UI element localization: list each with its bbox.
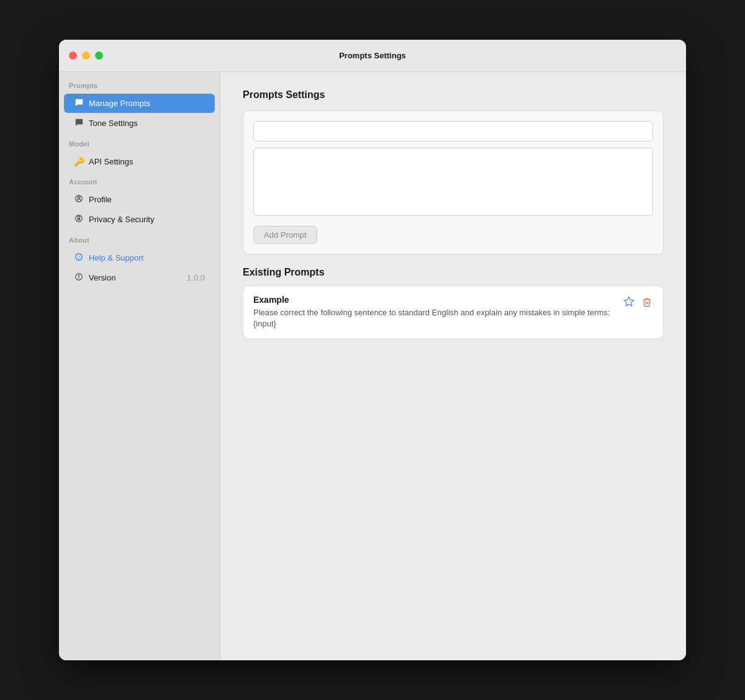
main-content: Prompts Manage Prompts Tone (59, 72, 686, 660)
sidebar-section-about: About ? Help & Support (59, 236, 220, 287)
favorite-button[interactable] (622, 295, 636, 312)
window-title: Prompts Settings (339, 51, 406, 60)
prompt-form-card: Add Prompt (243, 110, 664, 254)
lock-icon (74, 214, 84, 225)
sidebar: Prompts Manage Prompts Tone (59, 72, 220, 660)
privacy-security-label: Privacy & Security (89, 215, 154, 224)
sidebar-item-help-support[interactable]: ? Help & Support (64, 248, 215, 267)
svg-rect-3 (78, 218, 80, 220)
prompt-card-content: Example Please correct the following sen… (253, 295, 615, 330)
prompt-card-actions (622, 295, 653, 312)
key-icon: 🔑 (74, 156, 84, 166)
profile-label: Profile (89, 195, 112, 204)
prompt-card: Example Please correct the following sen… (243, 285, 664, 339)
existing-section-heading: Existing Prompts (243, 267, 664, 278)
minimize-button[interactable] (82, 52, 90, 60)
maximize-button[interactable] (95, 52, 103, 60)
sidebar-item-tone-settings[interactable]: Tone Settings (64, 114, 215, 133)
right-panel: Prompts Settings Add Prompt Existing Pro… (220, 72, 686, 660)
delete-button[interactable] (641, 296, 653, 311)
tone-settings-label: Tone Settings (89, 119, 138, 128)
profile-icon (74, 194, 84, 205)
sidebar-item-profile[interactable]: Profile (64, 190, 215, 209)
help-icon: ? (74, 253, 84, 263)
prompt-name-input[interactable] (253, 121, 653, 141)
info-icon (74, 272, 84, 283)
prompt-card-title: Example (253, 295, 615, 305)
sidebar-section-label-model: Model (59, 140, 220, 151)
sidebar-section-prompts: Prompts Manage Prompts Tone (59, 82, 220, 133)
sidebar-item-version: Version 1.0.0 (64, 268, 215, 287)
sidebar-section-label-account: Account (59, 178, 220, 189)
form-section-heading: Prompts Settings (243, 89, 664, 101)
help-support-label: Help & Support (89, 253, 143, 262)
close-button[interactable] (69, 52, 77, 60)
traffic-lights (69, 52, 103, 60)
add-prompt-button[interactable]: Add Prompt (253, 226, 317, 244)
title-bar: Prompts Settings (59, 40, 686, 72)
api-settings-label: API Settings (89, 157, 133, 166)
app-window: Prompts Settings Prompts Manage Prompts (59, 40, 686, 660)
sidebar-item-manage-prompts[interactable]: Manage Prompts (64, 94, 215, 113)
sidebar-section-label-prompts: Prompts (59, 82, 220, 93)
sidebar-item-api-settings[interactable]: 🔑 API Settings (64, 152, 215, 171)
sidebar-section-label-about: About (59, 236, 220, 248)
prompt-textarea[interactable] (253, 148, 653, 216)
prompt-card-text: Please correct the following sentence to… (253, 307, 615, 330)
svg-text:?: ? (78, 255, 80, 261)
version-label: Version (89, 273, 115, 282)
manage-prompts-label: Manage Prompts (89, 99, 150, 108)
chat-icon (74, 98, 84, 109)
sidebar-item-privacy-security[interactable]: Privacy & Security (64, 210, 215, 229)
version-value: 1.0.0 (187, 273, 205, 282)
svg-point-8 (78, 275, 79, 276)
sidebar-section-model: Model 🔑 API Settings (59, 140, 220, 171)
svg-point-1 (78, 197, 80, 199)
sidebar-section-account: Account Profile (59, 178, 220, 229)
tone-icon (74, 118, 84, 128)
svg-marker-9 (625, 297, 634, 306)
